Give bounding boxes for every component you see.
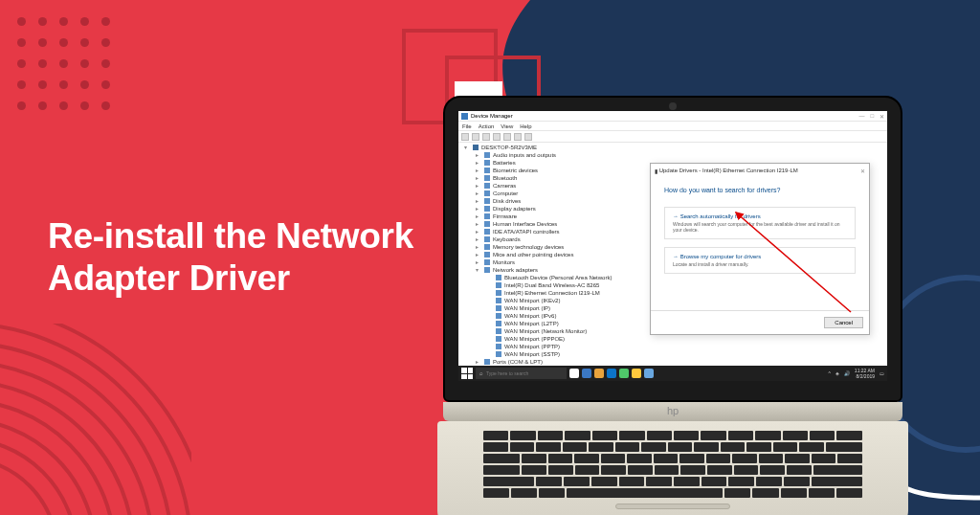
update-drivers-dialog: ▮ Update Drivers - Intel(R) Ethernet Con… bbox=[650, 163, 870, 335]
menu-help[interactable]: Help bbox=[520, 123, 531, 129]
tree-item[interactable]: WAN Miniport (L2TP) bbox=[462, 320, 654, 327]
option-search-automatically[interactable]: Search automatically for drivers Windows… bbox=[664, 207, 856, 239]
laptop-brand-label: hp bbox=[443, 402, 902, 421]
minimize-button[interactable]: — bbox=[858, 113, 864, 120]
svg-point-7 bbox=[0, 438, 77, 515]
tree-item[interactable]: ▸Memory technology devices bbox=[462, 243, 654, 251]
page-heading: Re-install the Network Adapter Driver bbox=[48, 215, 413, 301]
tree-item[interactable]: ▸Biometric devices bbox=[462, 167, 654, 174]
notifications-icon[interactable]: ▭ bbox=[880, 370, 884, 376]
toolbar-properties-icon[interactable] bbox=[482, 133, 490, 141]
laptop-keyboard bbox=[437, 421, 908, 515]
option-browse-computer[interactable]: Browse my computer for drivers Locate an… bbox=[664, 247, 856, 274]
tree-item[interactable]: WAN Miniport (IPv6) bbox=[462, 312, 654, 320]
toolbar-scan-icon[interactable] bbox=[524, 133, 532, 141]
close-button[interactable]: ✕ bbox=[880, 113, 884, 120]
tree-item[interactable]: WAN Miniport (SSTP) bbox=[462, 350, 654, 358]
tree-item[interactable]: Intel(R) Dual Band Wireless-AC 8265 bbox=[462, 281, 654, 289]
tray-up-icon[interactable]: ^ bbox=[829, 370, 831, 376]
menu-view[interactable]: View bbox=[501, 123, 513, 129]
tree-item[interactable]: WAN Miniport (Network Monitor) bbox=[462, 327, 654, 335]
tree-root-label: DESKTOP-5R2V3ME bbox=[481, 144, 537, 151]
tree-item[interactable]: Bluetooth Device (Personal Area Network) bbox=[462, 274, 654, 281]
toolbar-update-icon[interactable] bbox=[503, 133, 511, 141]
menu-file[interactable]: File bbox=[462, 123, 472, 129]
task-view-icon[interactable] bbox=[582, 369, 591, 378]
heading-line1: Re-install the Network bbox=[48, 215, 413, 258]
option2-title: Browse my computer for drivers bbox=[673, 254, 847, 259]
option1-desc: Windows will search your computer for th… bbox=[673, 221, 847, 233]
search-icon: ⌕ bbox=[479, 370, 483, 376]
menu-action[interactable]: Action bbox=[479, 123, 495, 129]
tree-item[interactable]: ▸Computer bbox=[462, 190, 654, 197]
device-tree[interactable]: ▾ DESKTOP-5R2V3ME ▸Audio inputs and outp… bbox=[462, 144, 654, 381]
svg-point-3 bbox=[0, 362, 153, 515]
tray-volume-icon[interactable]: 🔊 bbox=[844, 370, 850, 376]
tree-item[interactable]: Intel(R) Ethernet Connection I219-LM bbox=[462, 289, 654, 297]
tree-item[interactable]: WAN Miniport (PPTP) bbox=[462, 343, 654, 350]
tree-item[interactable]: ▸Human Interface Devices bbox=[462, 220, 654, 228]
dialog-close-button[interactable]: ✕ bbox=[860, 168, 865, 174]
toolbar bbox=[458, 131, 887, 143]
clock-date: 8/2/2019 bbox=[855, 373, 875, 379]
app-icon bbox=[461, 113, 468, 120]
file-explorer-icon[interactable] bbox=[594, 369, 604, 378]
option1-title: Search automatically for drivers bbox=[673, 213, 847, 219]
laptop-screen: Device Manager — □ ✕ File Action View He… bbox=[458, 111, 887, 381]
start-button[interactable] bbox=[461, 368, 473, 379]
dialog-question: How do you want to search for drivers? bbox=[664, 187, 856, 193]
menu-bar: File Action View Help bbox=[458, 122, 887, 131]
tree-item[interactable]: WAN Miniport (IKEv2) bbox=[462, 297, 654, 304]
maximize-button[interactable]: □ bbox=[870, 113, 874, 120]
tree-item[interactable]: ▸Keyboards bbox=[462, 235, 654, 243]
tree-item[interactable]: ▸Disk drives bbox=[462, 197, 654, 205]
svg-point-2 bbox=[0, 343, 172, 515]
svg-point-4 bbox=[0, 381, 134, 515]
tree-item[interactable]: ▸Bluetooth bbox=[462, 174, 654, 182]
tree-item[interactable]: ▸Display adapters bbox=[462, 205, 654, 213]
dialog-title: Update Drivers - Intel(R) Ethernet Conne… bbox=[659, 168, 798, 173]
window-title: Device Manager bbox=[471, 113, 513, 119]
tree-item[interactable]: WAN Miniport (PPPOE) bbox=[462, 335, 654, 343]
webcam-icon bbox=[669, 102, 677, 110]
taskbar-search[interactable]: ⌕ bbox=[476, 368, 567, 379]
toolbar-uninstall-icon[interactable] bbox=[514, 133, 522, 141]
decorative-dots: // will be populated below in generic sc… bbox=[17, 17, 132, 132]
app-icon-2[interactable] bbox=[632, 369, 641, 378]
device-manager-taskbar-icon[interactable] bbox=[644, 369, 654, 378]
cancel-button[interactable]: Cancel bbox=[824, 317, 863, 328]
window-titlebar: Device Manager — □ ✕ bbox=[458, 111, 887, 122]
svg-point-8 bbox=[0, 458, 57, 515]
cortana-icon[interactable] bbox=[569, 369, 579, 378]
tree-item[interactable]: ▸Audio inputs and outputs bbox=[462, 151, 654, 159]
tree-item[interactable]: ▸Firmware bbox=[462, 213, 654, 220]
tree-item[interactable]: ▾Network adapters bbox=[462, 266, 654, 274]
tree-item[interactable]: ▸IDE ATA/ATAPI controllers bbox=[462, 228, 654, 235]
windows-taskbar: ⌕ ^ ◈ 🔊 11:22 AM 8/2/2019 bbox=[458, 366, 887, 381]
store-icon[interactable] bbox=[619, 369, 629, 378]
tree-item[interactable]: ▸Monitors bbox=[462, 258, 654, 266]
tree-item[interactable]: ▸Mice and other pointing devices bbox=[462, 251, 654, 258]
edge-icon[interactable] bbox=[607, 369, 616, 378]
toolbar-back-icon[interactable] bbox=[461, 133, 469, 141]
tree-item[interactable]: ▸Cameras bbox=[462, 182, 654, 190]
tree-item[interactable]: WAN Miniport (IP) bbox=[462, 304, 654, 312]
tray-network-icon[interactable]: ◈ bbox=[835, 370, 839, 376]
toolbar-forward-icon[interactable] bbox=[472, 133, 479, 141]
laptop-mockup: Device Manager — □ ✕ File Action View He… bbox=[443, 96, 902, 515]
option2-desc: Locate and install a driver manually. bbox=[673, 261, 847, 267]
tree-item[interactable]: ▸Batteries bbox=[462, 159, 654, 167]
toolbar-refresh-icon[interactable] bbox=[493, 133, 501, 141]
heading-line2: Adapter Driver bbox=[48, 258, 413, 300]
trackpad bbox=[615, 504, 730, 509]
svg-point-6 bbox=[0, 419, 96, 515]
search-input[interactable] bbox=[486, 370, 553, 376]
tree-item[interactable]: ▸Ports (COM & LPT) bbox=[462, 358, 654, 366]
decorative-lines bbox=[0, 324, 191, 515]
